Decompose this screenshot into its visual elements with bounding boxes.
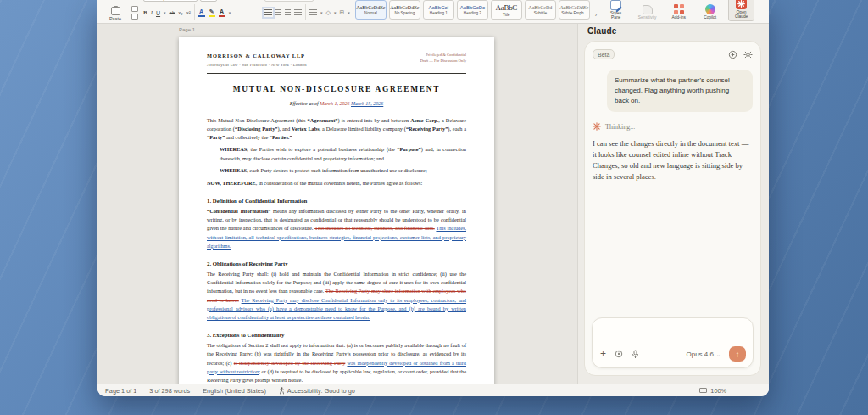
thinking-label: Thinking... xyxy=(605,123,635,131)
page-indicator: Page 1 xyxy=(179,27,195,32)
style-subtle-emphasis[interactable]: AaBbCcDdEeSubtle Emph... xyxy=(559,0,590,20)
subscript-button[interactable]: x₂ xyxy=(178,10,182,15)
style-title[interactable]: AaBbCTitle xyxy=(491,0,522,20)
draft-line: Draft — For Discussion Only xyxy=(420,58,466,64)
list-buttons[interactable] xyxy=(264,0,314,2)
font-color-caret[interactable]: ▾ xyxy=(229,10,231,15)
accessibility-status[interactable]: Accessibility: Good to go xyxy=(279,387,355,395)
open-claude-button[interactable]: Open Claude xyxy=(728,0,754,21)
language-status[interactable]: English (United States) xyxy=(203,387,266,395)
text-effects-button[interactable]: A xyxy=(198,9,205,17)
align-left-button[interactable] xyxy=(264,9,272,16)
section-3-heading: 3. Exceptions to Confidentiality xyxy=(207,330,466,339)
user-message: Summarize what the partner's counsel cha… xyxy=(607,70,753,112)
paste-label: Paste xyxy=(109,16,121,21)
accessibility-icon xyxy=(279,387,285,395)
word-count[interactable]: 3 of 298 words xyxy=(149,387,190,395)
copy-icon[interactable] xyxy=(131,6,138,12)
firm-tagline: Attorneys at Law · San Francisco · New Y… xyxy=(207,62,307,68)
section-1-heading: 1. Definition of Confidential Informatio… xyxy=(207,196,466,205)
section-2-body: The Receiving Party shall: (i) hold and … xyxy=(207,270,466,322)
whereas-clause-2: WHEREAS, each Party desires to protect s… xyxy=(220,166,466,175)
claude-card: Beta Summari xyxy=(584,41,761,376)
bold-button[interactable]: B xyxy=(143,9,147,16)
sensitivity-button: Sensitivity xyxy=(634,5,660,21)
styles-gallery: AaBbCcDdEeNormal AaBbCcDdEeNo Spacing Aa… xyxy=(355,0,590,20)
zoom-icon xyxy=(699,388,707,393)
word-window: Paste Calibri (Bo... 10 B I U ▾ ab x₂ x²… xyxy=(97,0,769,396)
settings-gear-icon[interactable] xyxy=(743,50,753,59)
align-right-button[interactable] xyxy=(285,9,291,16)
line-spacing-button[interactable] xyxy=(309,9,317,16)
style-subtitle[interactable]: AaBbCcDdSubtitle xyxy=(525,0,556,20)
claude-starburst-icon xyxy=(736,0,747,9)
justify-button[interactable] xyxy=(294,9,302,16)
now-therefore-clause: NOW, THEREFORE, in consideration of the … xyxy=(207,179,466,188)
style-heading-2[interactable]: AaBbCcDcHeading 2 xyxy=(457,0,488,20)
confidential-line: Privileged & Confidential xyxy=(420,52,466,58)
strikethrough-button[interactable]: ab xyxy=(170,10,175,15)
shading-button[interactable]: ◇ xyxy=(326,9,331,16)
italic-button[interactable]: I xyxy=(151,9,153,16)
sensitivity-icon xyxy=(643,5,653,14)
message-composer[interactable]: + Opus 4.6⌄ ↑ xyxy=(592,317,754,368)
underline-caret[interactable]: ▾ xyxy=(164,10,166,15)
copilot-button[interactable]: Copilot xyxy=(697,4,723,21)
claude-panel: Claude Beta xyxy=(577,24,769,384)
model-selector[interactable]: Opus 4.6⌄ xyxy=(687,351,721,358)
page-count[interactable]: Page 1 of 1 xyxy=(105,387,136,395)
tools-icon[interactable] xyxy=(615,350,623,358)
status-bar: Page 1 of 1 3 of 298 words English (Unit… xyxy=(97,384,769,396)
send-button[interactable]: ↑ xyxy=(729,346,746,362)
claude-spark-icon xyxy=(593,122,601,131)
highlight-button[interactable]: ✎ xyxy=(209,9,215,17)
add-ins-button[interactable]: Add-ins xyxy=(665,4,692,21)
document-workspace: Page 1 MORRISON & CALLOWAY LLP Attorneys… xyxy=(97,24,577,384)
style-no-spacing[interactable]: AaBbCcDdEeNo Spacing xyxy=(389,0,420,20)
style-normal[interactable]: AaBbCcDdEeNormal xyxy=(355,0,387,20)
font-name-dropdown[interactable]: Calibri (Bo... xyxy=(143,0,198,2)
superscript-button[interactable]: x² xyxy=(186,10,191,15)
zoom-level[interactable]: 100% xyxy=(710,387,726,395)
claude-panel-title: Claude xyxy=(587,26,617,36)
style-heading-1[interactable]: AaBbCcIHeading 1 xyxy=(423,0,454,20)
font-color-button[interactable]: A xyxy=(219,9,225,17)
section-2-heading: 2. Obligations of Receiving Party xyxy=(207,259,466,268)
underline-button[interactable]: U xyxy=(156,10,160,16)
clipboard-icon xyxy=(111,7,120,15)
beta-badge: Beta xyxy=(593,49,615,59)
whereas-clause-1: WHEREAS, the Parties wish to explore a p… xyxy=(220,145,466,162)
paste-button[interactable]: Paste xyxy=(104,7,126,21)
letterhead: MORRISON & CALLOWAY LLP Attorneys at Law… xyxy=(207,52,466,74)
intro-paragraph: This Mutual Non-Disclosure Agreement (th… xyxy=(207,116,466,143)
document-page[interactable]: MORRISON & CALLOWAY LLP Attorneys at Law… xyxy=(179,37,494,389)
font-cluster: Calibri (Bo... 10 B I U ▾ ab x₂ x² A ✎ A… xyxy=(143,0,253,21)
chevron-down-icon: ⌄ xyxy=(716,351,721,357)
format-painter-icon[interactable] xyxy=(131,14,138,20)
gallery-more-button[interactable]: › xyxy=(595,12,597,18)
section-3-body: The obligations of Section 2 shall not a… xyxy=(207,341,466,384)
attach-plus-icon[interactable]: + xyxy=(600,350,606,358)
paragraph-cluster: ▾ ◇ ▾ ⊞ ▾ xyxy=(264,0,350,21)
ribbon: Paste Calibri (Bo... 10 B I U ▾ ab x₂ x²… xyxy=(97,0,769,24)
new-chat-icon[interactable] xyxy=(728,50,737,59)
borders-button[interactable]: ⊞ xyxy=(339,9,344,16)
copilot-icon xyxy=(705,4,715,14)
add-ins-icon xyxy=(674,4,684,14)
align-center-button[interactable] xyxy=(275,9,281,16)
line-spacing-caret[interactable]: ▾ xyxy=(320,10,323,15)
firm-name: MORRISON & CALLOWAY LLP xyxy=(207,52,307,60)
styles-pane-button[interactable]: Styles Pane xyxy=(603,0,629,21)
document-title: MUTUAL NON-DISCLOSURE AGREEMENT xyxy=(207,83,466,96)
effective-date-line: Effective as of March 1, 2026 March 15, … xyxy=(207,100,466,109)
styles-pane-icon xyxy=(610,0,621,10)
assistant-response: I can see the changes directly in the do… xyxy=(593,138,753,182)
microphone-icon[interactable] xyxy=(632,350,639,359)
section-1-body: “Confidential Information” means any inf… xyxy=(207,207,466,250)
thinking-indicator[interactable]: Thinking... xyxy=(593,122,753,131)
font-size-dropdown[interactable]: 10 xyxy=(200,0,217,2)
